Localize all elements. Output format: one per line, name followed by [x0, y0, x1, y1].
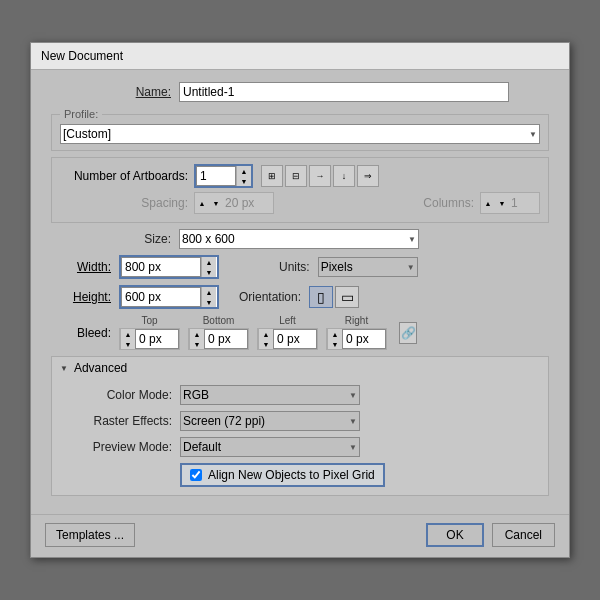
landscape-btn[interactable]: ▭: [335, 286, 359, 308]
bleed-right-spinner-btns: ▲ ▼: [327, 329, 342, 349]
profile-select[interactable]: [Custom] Print Web Mobile Video and Film: [60, 124, 540, 144]
raster-effects-select[interactable]: Screen (72 ppi) Medium (150 ppi) High (3…: [180, 411, 360, 431]
name-input[interactable]: [179, 82, 509, 102]
orientation-label: Orientation:: [239, 290, 301, 304]
bleed-left-spinner-btns: ▲ ▼: [258, 329, 273, 349]
spacing-input[interactable]: [223, 193, 273, 213]
width-label: Width:: [51, 260, 111, 274]
width-up-btn[interactable]: ▲: [202, 257, 216, 267]
advanced-header[interactable]: ▼ Advanced: [52, 357, 548, 379]
bleed-top-label: Top: [141, 315, 157, 326]
profile-row: [Custom] Print Web Mobile Video and Film: [60, 124, 540, 144]
bleed-left-up-btn[interactable]: ▲: [259, 329, 273, 339]
bleed-right-down-btn[interactable]: ▼: [328, 339, 342, 349]
ok-button[interactable]: OK: [426, 523, 483, 547]
units-select[interactable]: Pixels Inches Centimeters Millimeters Po…: [318, 257, 418, 277]
bleed-left-input[interactable]: [273, 329, 317, 349]
width-row: Width: ▲ ▼ Units: Pixels Inches Centimet…: [51, 255, 549, 279]
artboards-up-btn[interactable]: ▲: [237, 166, 251, 176]
bleed-label: Bleed:: [51, 326, 111, 340]
height-row: Height: ▲ ▼ Orientation: ▯ ▭: [51, 285, 549, 309]
link-bleed-btn[interactable]: 🔗: [399, 322, 417, 344]
bleed-top-up-btn[interactable]: ▲: [121, 329, 135, 339]
bleed-top-field: Top ▲ ▼: [119, 315, 180, 350]
bleed-top-down-btn[interactable]: ▼: [121, 339, 135, 349]
preview-mode-select-wrapper: Default Pixel Overprint: [180, 437, 360, 457]
pixel-grid-label: Align New Objects to Pixel Grid: [208, 468, 375, 482]
size-row: Size: 800 x 600 1024 x 768 1920 x 1080: [51, 229, 549, 249]
preview-mode-select[interactable]: Default Pixel Overprint: [180, 437, 360, 457]
profile-legend: Profile:: [60, 108, 102, 120]
color-mode-select[interactable]: RGB CMYK: [180, 385, 360, 405]
bleed-right-spinner: ▲ ▼: [326, 328, 387, 350]
height-up-btn[interactable]: ▲: [202, 287, 216, 297]
orientation-wrap: Orientation: ▯ ▭: [239, 286, 359, 308]
raster-effects-select-wrapper: Screen (72 ppi) Medium (150 ppi) High (3…: [180, 411, 360, 431]
bleed-top-spinner: ▲ ▼: [119, 328, 180, 350]
width-input[interactable]: [121, 257, 201, 277]
artboards-row: Number of Artboards: ▲ ▼ ⊞ ⊟ → ↓ ⇒: [60, 164, 540, 188]
units-select-wrapper: Pixels Inches Centimeters Millimeters Po…: [318, 257, 418, 277]
new-document-dialog: New Document Name: Profile: [Custom] Pri…: [30, 42, 570, 558]
pixel-grid-checkbox[interactable]: [190, 469, 202, 481]
arrange-right-icon[interactable]: →: [309, 165, 331, 187]
bleed-fields: Top ▲ ▼ Bottom ▲ ▼: [119, 315, 549, 350]
pixel-grid-wrap: Align New Objects to Pixel Grid: [180, 463, 385, 487]
bleed-bottom-spinner-btns: ▲ ▼: [189, 329, 204, 349]
bleed-top-input[interactable]: [135, 329, 179, 349]
width-down-btn[interactable]: ▼: [202, 267, 216, 277]
artboards-section: Number of Artboards: ▲ ▼ ⊞ ⊟ → ↓ ⇒: [51, 157, 549, 223]
advanced-label: Advanced: [74, 361, 127, 375]
bleed-section: Bleed: Top ▲ ▼ Bottom: [51, 315, 549, 350]
bleed-right-up-btn[interactable]: ▲: [328, 329, 342, 339]
spacing-up-btn[interactable]: ▲: [195, 198, 209, 208]
artboards-spinner: ▲ ▼: [194, 164, 253, 188]
columns-down-btn[interactable]: ▼: [495, 198, 509, 208]
columns-input[interactable]: [509, 193, 539, 213]
color-mode-select-wrapper: RGB CMYK: [180, 385, 360, 405]
raster-effects-label: Raster Effects:: [62, 414, 172, 428]
bleed-left-down-btn[interactable]: ▼: [259, 339, 273, 349]
bleed-left-spinner: ▲ ▼: [257, 328, 318, 350]
cancel-button[interactable]: Cancel: [492, 523, 555, 547]
width-input-wrap: ▲ ▼: [119, 255, 219, 279]
bleed-top-spinner-btns: ▲ ▼: [120, 329, 135, 349]
advanced-section: ▼ Advanced Color Mode: RGB CMYK Raster E…: [51, 356, 549, 496]
units-label: Units:: [279, 260, 310, 274]
height-input[interactable]: [121, 287, 201, 307]
artboards-down-btn[interactable]: ▼: [237, 176, 251, 186]
spacing-row: Spacing: ▲ ▼ Columns: ▲ ▼: [60, 192, 540, 214]
right-align-icon[interactable]: ⇒: [357, 165, 379, 187]
height-input-wrap: ▲ ▼: [119, 285, 219, 309]
color-mode-label: Color Mode:: [62, 388, 172, 402]
height-spinner-buttons: ▲ ▼: [201, 287, 216, 307]
spacing-down-btn[interactable]: ▼: [209, 198, 223, 208]
bleed-right-input[interactable]: [342, 329, 386, 349]
button-row: Templates ... OK Cancel: [31, 514, 569, 557]
bleed-bottom-field: Bottom ▲ ▼: [188, 315, 249, 350]
columns-label: Columns:: [423, 196, 474, 210]
name-row: Name:: [51, 82, 549, 102]
columns-up-btn[interactable]: ▲: [481, 198, 495, 208]
bleed-bottom-up-btn[interactable]: ▲: [190, 329, 204, 339]
bleed-right-field: Right ▲ ▼: [326, 315, 387, 350]
bleed-left-field: Left ▲ ▼: [257, 315, 318, 350]
size-select[interactable]: 800 x 600 1024 x 768 1920 x 1080: [179, 229, 419, 249]
bleed-bottom-down-btn[interactable]: ▼: [190, 339, 204, 349]
bleed-bottom-input[interactable]: [204, 329, 248, 349]
bleed-bottom-spinner: ▲ ▼: [188, 328, 249, 350]
bleed-right-label: Right: [345, 315, 368, 326]
grid-icon[interactable]: ⊞: [261, 165, 283, 187]
artboards-icon-group: ⊞ ⊟ → ↓ ⇒: [261, 165, 379, 187]
templates-button[interactable]: Templates ...: [45, 523, 135, 547]
portrait-btn[interactable]: ▯: [309, 286, 333, 308]
grid-col-icon[interactable]: ⊟: [285, 165, 307, 187]
arrange-down-icon[interactable]: ↓: [333, 165, 355, 187]
width-spinner-buttons: ▲ ▼: [201, 257, 216, 277]
artboards-spinner-buttons: ▲ ▼: [236, 166, 251, 186]
advanced-toggle-icon: ▼: [60, 364, 68, 373]
size-select-wrapper: 800 x 600 1024 x 768 1920 x 1080: [179, 229, 419, 249]
height-down-btn[interactable]: ▼: [202, 297, 216, 307]
pixel-grid-row: Align New Objects to Pixel Grid: [180, 463, 538, 487]
artboards-input[interactable]: [196, 166, 236, 186]
